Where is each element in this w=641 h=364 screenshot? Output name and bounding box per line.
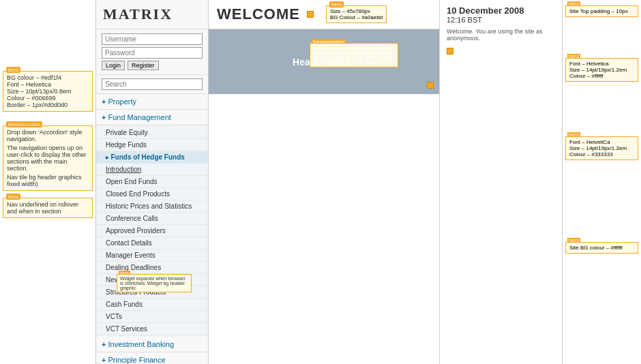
bens-tag-accordion: bens/accordion bbox=[6, 121, 42, 127]
main-area: MATRIX Login Register Propert bbox=[95, 0, 563, 364]
header-row: MATRIX Login Register Propert bbox=[96, 0, 562, 364]
username-input[interactable] bbox=[102, 33, 203, 45]
logo-area: MATRIX bbox=[96, 0, 208, 29]
left-annotation-1: bens BG colour – #edf1f4 Font – Helvetic… bbox=[3, 71, 93, 112]
bens-tag-3: bens bbox=[6, 194, 20, 200]
nav-hedge-funds[interactable]: Hedge Funds bbox=[96, 139, 208, 151]
login-area: Login Register bbox=[96, 29, 208, 75]
nav-fund-management-sub: Private Equity Hedge Funds ▸ Funds of He… bbox=[96, 125, 208, 337]
nav-conference-calls[interactable]: Conference Calls bbox=[96, 213, 208, 225]
date-text: 10 December 2008 bbox=[447, 5, 555, 16]
right-annotation-panel: bens Site Top padding – 10px bens Font –… bbox=[563, 0, 641, 364]
nav-introduction[interactable]: Introduction bbox=[96, 164, 208, 176]
header-image-handle bbox=[427, 82, 434, 89]
nav-vct-services[interactable]: VCT Services bbox=[96, 323, 208, 335]
right-tag-4: bens bbox=[567, 238, 580, 243]
header-image-annotation: bens/annotation Displaying brand related… bbox=[310, 43, 398, 67]
right-tag-3: bens bbox=[567, 132, 580, 137]
password-input[interactable] bbox=[102, 47, 203, 59]
right-tag-2: bens bbox=[567, 54, 580, 59]
right-annotation-2: bens Font – Helvetica Size – 14pt/19px/1… bbox=[565, 58, 638, 82]
search-input[interactable] bbox=[102, 78, 203, 90]
bens-tag-img: bens/annotation bbox=[312, 40, 346, 44]
login-button[interactable]: Login bbox=[102, 61, 125, 70]
right-annotation-4: bens Site BG colour – #ffffff bbox=[565, 242, 638, 254]
bens-tag-size: bens bbox=[329, 1, 344, 7]
nav-approved-providers[interactable]: Approved Providers bbox=[96, 225, 208, 237]
right-tag-1: bens bbox=[567, 1, 580, 6]
nav-manager-events[interactable]: Manager Events bbox=[96, 249, 208, 262]
nav-property[interactable]: Property bbox=[96, 94, 208, 110]
nav-investment-banking[interactable]: Investment Banking bbox=[96, 337, 208, 352]
date-area: 10 December 2008 12:16 BST bbox=[447, 5, 555, 24]
nav-news[interactable]: News bens Widget expands when browser is… bbox=[96, 274, 208, 286]
nav-closed-end-products[interactable]: Closed End Products bbox=[96, 188, 208, 200]
welcome-handle bbox=[307, 11, 314, 18]
nav-annotation: bens Widget expands when browser is stre… bbox=[117, 274, 192, 292]
header-right: 10 December 2008 12:16 BST Welcome. You … bbox=[439, 0, 562, 364]
nav-cash-funds[interactable]: Cash Funds bbox=[96, 299, 208, 311]
bens-tag-nav: bens bbox=[119, 271, 130, 275]
search-area bbox=[96, 75, 208, 94]
nav-funds-of-hedge-funds[interactable]: ▸ Funds of Hedge Funds bbox=[96, 151, 208, 164]
right-annotation-3: bens Font – HelvetiCa Size – 14pt/19px/1… bbox=[565, 136, 638, 160]
nav-vcts[interactable]: VCTs bbox=[96, 311, 208, 323]
right-annotation-1: bens Site Top padding – 10px bbox=[565, 5, 638, 17]
nav-section: Property Fund Management Private Equity … bbox=[96, 94, 208, 364]
header-image: Header Image bens/annotation Displaying … bbox=[209, 29, 439, 94]
nav-contact-details[interactable]: Contact Details bbox=[96, 237, 208, 249]
time-text: 12:16 BST bbox=[447, 16, 555, 24]
register-button[interactable]: Register bbox=[128, 61, 159, 70]
left-annotation-accordion: bens/accordion Drop down 'Accordion' sty… bbox=[3, 125, 93, 191]
nav-principle-finance[interactable]: Principle Finance bbox=[96, 352, 208, 364]
bens-tag: bens bbox=[6, 67, 20, 73]
left-annotation-3: bens Nav underlined on rollover and when… bbox=[3, 198, 93, 218]
nav-open-end-funds[interactable]: Open End Funds bbox=[96, 176, 208, 188]
header-center: WELCOME bens Size – 45x780px BG Colour –… bbox=[209, 0, 439, 364]
nav-fund-management[interactable]: Fund Management bbox=[96, 110, 208, 125]
nav-private-equity[interactable]: Private Equity bbox=[96, 127, 208, 139]
welcome-msg: Welcome. You are using the site as anony… bbox=[447, 28, 555, 42]
logo: MATRIX bbox=[103, 5, 173, 22]
right-header-handle bbox=[447, 48, 453, 55]
nav-dealing-deadlines[interactable]: Dealing Deadlines bbox=[96, 262, 208, 274]
welcome-bar: WELCOME bens Size – 45x780px BG Colour –… bbox=[209, 0, 439, 29]
left-annotation-panel: bens BG colour – #edf1f4 Font – Helvetic… bbox=[0, 0, 95, 364]
nav-historic-prices[interactable]: Historic Prices and Statistics bbox=[96, 200, 208, 213]
left-sidebar: MATRIX Login Register Propert bbox=[96, 0, 209, 364]
size-annotation: bens Size – 45x780px BG Colour – #a0aebd bbox=[326, 5, 387, 23]
welcome-title: WELCOME bbox=[217, 5, 300, 23]
